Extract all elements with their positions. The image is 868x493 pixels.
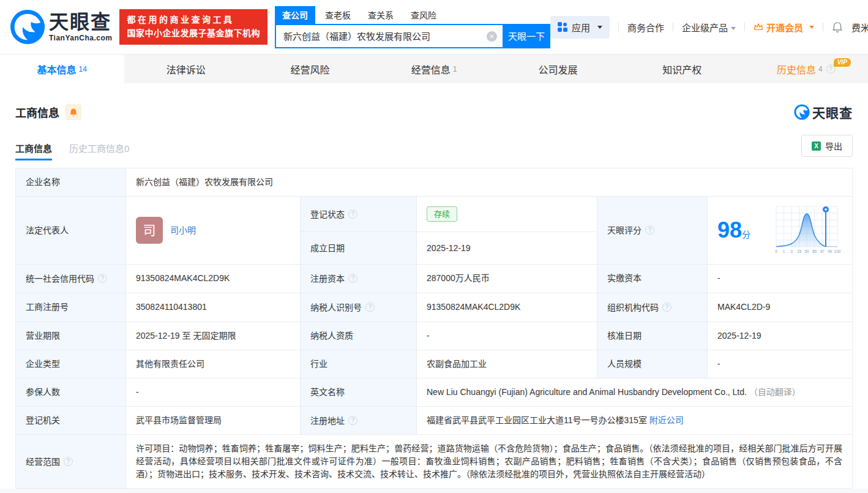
search-input[interactable] <box>275 24 503 48</box>
label-text: 天眼评分 <box>607 225 642 235</box>
subtab-business-registration[interactable]: 工商信息 <box>15 141 52 160</box>
crown-icon <box>754 23 763 31</box>
reg-no-label: 工商注册号 <box>16 293 126 322</box>
bell-icon <box>69 108 78 117</box>
tab-label: 公司发展 <box>539 62 578 77</box>
tab-history-info[interactable]: VIP 历史信息 4 ? <box>744 55 868 83</box>
help-icon[interactable]: ? <box>348 209 357 219</box>
nav-enterprise-products[interactable]: 企业级产品 <box>682 21 736 34</box>
score-number: 98 <box>717 217 742 243</box>
open-vip-button[interactable]: 开通会员 <box>754 21 814 34</box>
org-code-value: MAK4CL2D-9 <box>708 293 853 322</box>
help-icon[interactable]: ? <box>348 274 357 283</box>
username: 费米 <box>851 23 868 33</box>
nav-cooperation[interactable]: 商务合作 <box>627 21 664 34</box>
table-row: 法定代表人 司 司小明 登记状态? 存续 天眼评分? 98分 <box>16 197 853 232</box>
term-value: 2025-12-19 至 无固定期限 <box>126 322 301 350</box>
svg-text:3: 3 <box>790 249 793 254</box>
table-row: 经营范围? 许可项目：动物饲养；牲畜饲养；牲畜屠宰；饲料生产；肥料生产；兽药经营… <box>16 435 853 489</box>
nav-enterprise-label: 企业级产品 <box>682 23 728 33</box>
excel-icon: X <box>812 141 821 151</box>
staff-size-value: - <box>708 350 853 378</box>
paid-capital-label: 实缴资本 <box>597 265 708 293</box>
search-tab-company[interactable]: 查公司 <box>275 6 315 24</box>
industry-label: 行业 <box>301 350 417 378</box>
company-name-label: 企业名称 <box>16 168 126 197</box>
reg-capital-value: 287000万人民币 <box>417 265 597 293</box>
nearby-companies-link[interactable]: 附近公司 <box>649 415 684 425</box>
legal-rep-link[interactable]: 司小明 <box>170 224 196 237</box>
legal-rep-avatar[interactable]: 司 <box>136 217 163 244</box>
vip-badge: VIP <box>834 58 851 67</box>
tab-basic-info[interactable]: 基本信息 14 <box>0 55 124 83</box>
notification-bell-icon[interactable] <box>832 21 843 33</box>
search-button[interactable]: 天眼一下 <box>503 24 550 48</box>
help-icon[interactable]: ? <box>348 416 357 425</box>
score-cell[interactable]: 98分 <box>708 197 853 265</box>
reg-status-value: 存续 <box>417 197 597 232</box>
open-vip-label: 开通会员 <box>766 21 803 34</box>
uscc-value: 91350824MAK4CL2D9K <box>126 265 301 293</box>
scope-value: 许可项目：动物饲养；牲畜饲养；牲畜屠宰；饲料生产；肥料生产；兽药经营；道路货物运… <box>126 435 853 489</box>
table-row: 企业类型 其他有限责任公司 行业 农副食品加工业 人员规模 - <box>16 350 853 378</box>
divider <box>823 23 823 31</box>
en-name-label: 英文名称 <box>301 378 417 406</box>
tab-label: 基本信息 <box>37 62 77 77</box>
subscribe-bell-button[interactable] <box>65 104 81 120</box>
apps-label: 应用 <box>572 21 590 34</box>
legal-rep-cell: 司 司小明 <box>126 197 301 265</box>
help-icon[interactable]: ? <box>98 274 107 283</box>
score-unit: 分 <box>742 230 750 239</box>
svg-text:99: 99 <box>828 249 832 254</box>
tab-operational-risk[interactable]: 经营风险 <box>248 55 372 83</box>
subtab-history-registration[interactable]: 历史工商信息0 <box>69 141 129 160</box>
help-icon[interactable]: ? <box>365 303 375 312</box>
user-menu[interactable]: 费米 <box>851 21 868 34</box>
divider <box>618 23 619 31</box>
table-row: 营业期限 2025-12-19 至 无固定期限 纳税人资质 - 核准日期 202… <box>16 322 853 350</box>
help-icon[interactable]: ? <box>645 225 654 235</box>
tab-label: 经营信息 <box>411 62 451 77</box>
tab-business-info[interactable]: 经营信息 1 <box>372 55 496 83</box>
top-header: 天眼查 TianYanCha.com 都在用的商业查询工具 国家中小企业发展子基… <box>0 0 868 54</box>
apps-menu-button[interactable]: 应用 <box>550 16 610 39</box>
en-name-text: New Liu Chuangyi (Fujian) Agriculture an… <box>427 387 747 397</box>
tab-label: 经营风险 <box>290 62 329 77</box>
auto-translate-note: （自动翻译） <box>749 387 801 397</box>
tab-legal-proceedings[interactable]: 法律诉讼 <box>124 55 249 83</box>
help-icon[interactable]: ? <box>662 303 672 312</box>
svg-text:100: 100 <box>834 249 841 254</box>
label-text: 纳税人识别号 <box>310 303 362 312</box>
tab-count: 1 <box>453 65 457 73</box>
table-row: 参保人数 - 英文名称 New Liu Chuangyi (Fujian) Ag… <box>16 378 853 406</box>
label-text: 组织机构代码 <box>607 303 659 312</box>
staff-size-label: 人员规模 <box>597 350 708 378</box>
org-code-label: 组织机构代码? <box>597 293 708 322</box>
uscc-label: 统一社会信用代码? <box>16 265 126 293</box>
search-tab-boss[interactable]: 查老板 <box>318 6 358 24</box>
label-text: 登记状态 <box>310 209 345 219</box>
reg-status-label: 登记状态? <box>301 197 417 232</box>
svg-text:1: 1 <box>783 249 785 254</box>
address-text: 福建省武平县武平工业园区工业大道11号一号办公楼315室 <box>427 415 647 425</box>
help-icon[interactable]: ? <box>64 457 73 466</box>
tab-company-development[interactable]: 公司发展 <box>496 55 620 83</box>
taxpayer-id-value: 91350824MAK4CL2D9K <box>417 293 597 322</box>
search-area: 查公司 查老板 查关系 查风险 ✕ 天眼一下 <box>275 6 550 48</box>
search-tab-relation[interactable]: 查关系 <box>361 6 401 24</box>
svg-text:50: 50 <box>804 249 809 254</box>
export-button[interactable]: X 导出 <box>801 135 853 157</box>
tianyancha-logo-icon <box>794 104 810 120</box>
watermark-brand-text: 天眼查 <box>812 103 853 121</box>
divider <box>673 23 673 31</box>
score-value: 98分 <box>717 219 750 241</box>
divider <box>744 23 745 31</box>
clear-search-icon[interactable]: ✕ <box>487 31 497 42</box>
svg-text:0: 0 <box>775 249 777 254</box>
address-value: 福建省武平县武平工业园区工业大道11号一号办公楼315室 附近公司 <box>417 406 853 435</box>
score-distribution-chart: 0 1 3 15 50 85 97 99 100 <box>771 204 842 257</box>
search-tab-risk[interactable]: 查风险 <box>403 6 444 24</box>
tianyancha-logo[interactable]: 天眼查 TianYanCha.com <box>10 9 112 45</box>
reg-authority-label: 登记机关 <box>16 406 126 435</box>
tab-intellectual-property[interactable]: 知识产权 <box>620 55 744 83</box>
